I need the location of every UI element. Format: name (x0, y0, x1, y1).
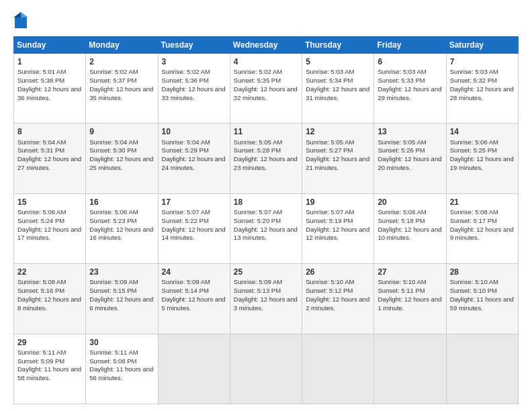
calendar-cell-6: 6Sunrise: 5:03 AMSunset: 5:33 PMDaylight… (374, 54, 446, 124)
calendar-cell-empty (446, 334, 518, 404)
calendar-cell-29: 29Sunrise: 5:11 AMSunset: 5:09 PMDayligh… (14, 334, 86, 404)
logo (13, 11, 31, 30)
calendar-cell-30: 30Sunrise: 5:11 AMSunset: 5:08 PMDayligh… (86, 334, 158, 404)
calendar-cell-15: 15Sunrise: 5:06 AMSunset: 5:24 PMDayligh… (14, 193, 86, 263)
page: SundayMondayTuesdayWednesdayThursdayFrid… (0, 0, 532, 411)
calendar-cell-18: 18Sunrise: 5:07 AMSunset: 5:20 PMDayligh… (230, 193, 302, 263)
calendar-cell-21: 21Sunrise: 5:08 AMSunset: 5:17 PMDayligh… (446, 193, 518, 263)
calendar-cell-19: 19Sunrise: 5:07 AMSunset: 5:19 PMDayligh… (302, 193, 374, 263)
calendar-cell-7: 7Sunrise: 5:03 AMSunset: 5:32 PMDaylight… (446, 54, 518, 124)
calendar-cell-27: 27Sunrise: 5:10 AMSunset: 5:11 PMDayligh… (374, 264, 446, 334)
calendar-cell-16: 16Sunrise: 5:06 AMSunset: 5:23 PMDayligh… (86, 193, 158, 263)
calendar-cell-11: 11Sunrise: 5:05 AMSunset: 5:28 PMDayligh… (230, 124, 302, 193)
calendar-cell-empty (230, 334, 302, 404)
calendar-cell-10: 10Sunrise: 5:04 AMSunset: 5:29 PMDayligh… (158, 124, 230, 193)
calendar-cell-22: 22Sunrise: 5:08 AMSunset: 5:16 PMDayligh… (14, 264, 86, 334)
calendar-cell-empty (302, 334, 374, 404)
calendar-body: 1Sunrise: 5:01 AMSunset: 5:38 PMDaylight… (14, 54, 519, 404)
calendar-cell-23: 23Sunrise: 5:09 AMSunset: 5:15 PMDayligh… (86, 264, 158, 334)
weekday-header: Thursday (302, 37, 374, 54)
calendar-cell-12: 12Sunrise: 5:05 AMSunset: 5:27 PMDayligh… (302, 124, 374, 193)
calendar-cell-2: 2Sunrise: 5:02 AMSunset: 5:37 PMDaylight… (86, 54, 158, 124)
logo-icon (13, 11, 28, 30)
svg-marker-1 (21, 12, 28, 17)
calendar-cell-28: 28Sunrise: 5:10 AMSunset: 5:10 PMDayligh… (446, 264, 518, 334)
weekday-header: Saturday (446, 37, 518, 54)
weekday-header: Monday (86, 37, 158, 54)
header (13, 11, 519, 30)
svg-marker-2 (13, 12, 21, 17)
calendar-cell-9: 9Sunrise: 5:04 AMSunset: 5:30 PMDaylight… (86, 124, 158, 193)
calendar-cell-26: 26Sunrise: 5:10 AMSunset: 5:12 PMDayligh… (302, 264, 374, 334)
calendar-cell-8: 8Sunrise: 5:04 AMSunset: 5:31 PMDaylight… (14, 124, 86, 193)
calendar-cell-4: 4Sunrise: 5:02 AMSunset: 5:35 PMDaylight… (230, 54, 302, 124)
calendar-header-row: SundayMondayTuesdayWednesdayThursdayFrid… (14, 37, 519, 54)
calendar-table: SundayMondayTuesdayWednesdayThursdayFrid… (13, 36, 519, 404)
calendar-cell-20: 20Sunrise: 5:08 AMSunset: 5:18 PMDayligh… (374, 193, 446, 263)
weekday-header: Wednesday (230, 37, 302, 54)
calendar-cell-empty (158, 334, 230, 404)
calendar-cell-5: 5Sunrise: 5:03 AMSunset: 5:34 PMDaylight… (302, 54, 374, 124)
weekday-header: Tuesday (158, 37, 230, 54)
calendar-cell-13: 13Sunrise: 5:05 AMSunset: 5:26 PMDayligh… (374, 124, 446, 193)
calendar-cell-25: 25Sunrise: 5:09 AMSunset: 5:13 PMDayligh… (230, 264, 302, 334)
calendar-cell-14: 14Sunrise: 5:06 AMSunset: 5:25 PMDayligh… (446, 124, 518, 193)
calendar-cell-empty (374, 334, 446, 404)
calendar-cell-17: 17Sunrise: 5:07 AMSunset: 5:22 PMDayligh… (158, 193, 230, 263)
weekday-header: Sunday (14, 37, 86, 54)
calendar-cell-3: 3Sunrise: 5:02 AMSunset: 5:36 PMDaylight… (158, 54, 230, 124)
calendar-cell-1: 1Sunrise: 5:01 AMSunset: 5:38 PMDaylight… (14, 54, 86, 124)
calendar-cell-24: 24Sunrise: 5:09 AMSunset: 5:14 PMDayligh… (158, 264, 230, 334)
weekday-header: Friday (374, 37, 446, 54)
